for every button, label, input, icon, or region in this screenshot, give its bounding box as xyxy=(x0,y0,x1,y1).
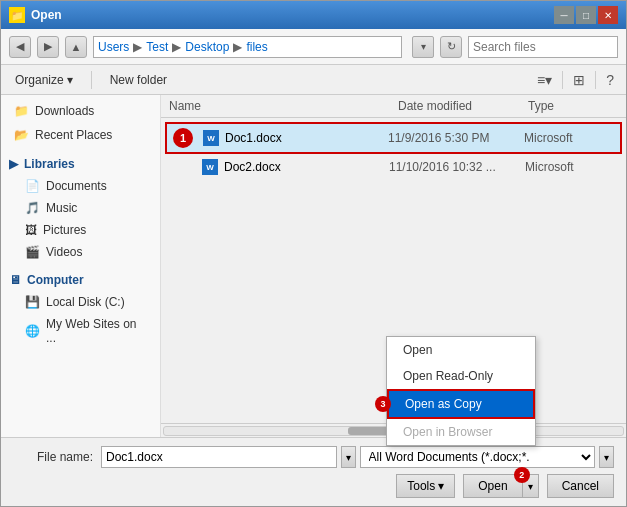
column-type[interactable]: Type xyxy=(528,99,618,113)
libraries-header[interactable]: ▶ Libraries xyxy=(1,153,160,175)
bottom-panel: File name: ▾ All Word Documents (*.docx;… xyxy=(1,437,626,506)
back-button[interactable]: ◀ xyxy=(9,36,31,58)
web-icon: 🌐 xyxy=(25,324,40,338)
computer-label: Computer xyxy=(27,273,84,287)
step-badge-1: 1 xyxy=(173,128,193,148)
file-list-header: Name Date modified Type xyxy=(161,95,626,118)
open-label: Open xyxy=(478,479,507,493)
path-desktop[interactable]: Desktop xyxy=(185,40,229,54)
dropdown-item-open-in-browser: Open in Browser xyxy=(387,419,535,445)
dropdown-item-open-as-copy[interactable]: 3 Open as Copy xyxy=(387,389,535,419)
maximize-button[interactable]: □ xyxy=(576,6,596,24)
file-name-1: Doc1.docx xyxy=(225,131,382,145)
minimize-button[interactable]: ─ xyxy=(554,6,574,24)
column-name[interactable]: Name xyxy=(169,99,398,113)
window-controls: ─ □ ✕ xyxy=(554,6,618,24)
filename-input[interactable] xyxy=(101,446,337,468)
file-name-2: Doc2.docx xyxy=(224,160,383,174)
filename-row: File name: ▾ All Word Documents (*.docx;… xyxy=(13,446,614,468)
toolbar: Organize ▾ New folder ≡▾ ⊞ ? xyxy=(1,65,626,95)
organize-arrow-icon: ▾ xyxy=(67,73,73,87)
address-bar: ◀ ▶ ▲ Users ▶ Test ▶ Desktop ▶ files ▾ ↻… xyxy=(1,29,626,65)
view-list-button[interactable]: ≡▾ xyxy=(533,70,556,90)
help-button[interactable]: ? xyxy=(602,70,618,90)
new-folder-button[interactable]: New folder xyxy=(104,71,173,89)
filetype-select[interactable]: All Word Documents (*.docx;*. xyxy=(360,446,596,468)
search-box[interactable]: 🔍 xyxy=(468,36,618,58)
pictures-folder-icon: 🖼 xyxy=(25,223,37,237)
toolbar-right: ≡▾ ⊞ ? xyxy=(533,70,618,90)
filetype-dropdown-button[interactable]: ▾ xyxy=(599,446,614,468)
close-button[interactable]: ✕ xyxy=(598,6,618,24)
tools-button[interactable]: Tools ▾ xyxy=(396,474,455,498)
computer-icon: 🖥 xyxy=(9,273,21,287)
file-date-1: 11/9/2016 5:30 PM xyxy=(388,131,518,145)
step-badge-3: 3 xyxy=(375,396,391,412)
table-row[interactable]: W Doc2.docx 11/10/2016 10:32 ... Microso… xyxy=(165,154,622,180)
title-bar: 📁 Open ─ □ ✕ xyxy=(1,1,626,29)
organize-label: Organize xyxy=(15,73,64,87)
tools-label: Tools xyxy=(407,479,435,493)
table-row[interactable]: 1 W Doc1.docx 11/9/2016 5:30 PM Microsof… xyxy=(165,122,622,154)
computer-header[interactable]: 🖥 Computer xyxy=(1,269,160,291)
recent-places-icon: 📂 xyxy=(13,127,29,143)
open-button[interactable]: Open 2 xyxy=(463,474,521,498)
sidebar-recent-label: Recent Places xyxy=(35,128,112,142)
music-folder-icon: 🎵 xyxy=(25,201,40,215)
path-files[interactable]: files xyxy=(246,40,267,54)
address-path[interactable]: Users ▶ Test ▶ Desktop ▶ files xyxy=(93,36,402,58)
open-dropdown-menu: Open Open Read-Only 3 Open as Copy Open … xyxy=(386,336,536,446)
sidebar-item-recent-places[interactable]: 📂 Recent Places xyxy=(1,123,160,147)
filename-dropdown-button[interactable]: ▾ xyxy=(341,446,356,468)
toolbar-separator xyxy=(91,71,92,89)
window-icon: 📁 xyxy=(9,7,25,23)
title-bar-left: 📁 Open xyxy=(9,7,62,23)
sidebar-item-music[interactable]: 🎵 Music xyxy=(1,197,160,219)
videos-label: Videos xyxy=(46,245,82,259)
action-row: Tools ▾ Open 2 ▾ Cancel xyxy=(13,474,614,498)
view-grid-button[interactable]: ⊞ xyxy=(569,70,589,90)
sidebar-item-pictures[interactable]: 🖼 Pictures xyxy=(1,219,160,241)
address-dropdown-button[interactable]: ▾ xyxy=(412,36,434,58)
sidebar-item-web-sites[interactable]: 🌐 My Web Sites on ... xyxy=(1,313,160,349)
open-dialog-window: 📁 Open ─ □ ✕ ◀ ▶ ▲ Users ▶ Test ▶ Deskto… xyxy=(0,0,627,507)
refresh-button[interactable]: ↻ xyxy=(440,36,462,58)
sidebar-item-videos[interactable]: 🎬 Videos xyxy=(1,241,160,263)
cancel-button[interactable]: Cancel xyxy=(547,474,614,498)
downloads-folder-icon: 📁 xyxy=(13,103,29,119)
sidebar-item-local-disk[interactable]: 💾 Local Disk (C:) xyxy=(1,291,160,313)
toolbar-sep3 xyxy=(595,71,596,89)
path-test[interactable]: Test xyxy=(146,40,168,54)
sidebar-item-documents[interactable]: 📄 Documents xyxy=(1,175,160,197)
tools-arrow-icon: ▾ xyxy=(438,479,444,493)
toolbar-sep2 xyxy=(562,71,563,89)
dropdown-item-open[interactable]: Open xyxy=(387,337,535,363)
sidebar-section-computer: 🖥 Computer 💾 Local Disk (C:) 🌐 My Web Si… xyxy=(1,269,160,349)
music-label: Music xyxy=(46,201,77,215)
sidebar-downloads-label: Downloads xyxy=(35,104,94,118)
search-input[interactable] xyxy=(473,40,623,54)
forward-button[interactable]: ▶ xyxy=(37,36,59,58)
file-type-1: Microsoft xyxy=(524,131,614,145)
filename-input-wrap: ▾ All Word Documents (*.docx;*. ▾ xyxy=(101,446,614,468)
bottom-area: File name: ▾ All Word Documents (*.docx;… xyxy=(1,437,626,506)
column-date[interactable]: Date modified xyxy=(398,99,528,113)
local-disk-icon: 💾 xyxy=(25,295,40,309)
sidebar-item-downloads[interactable]: 📁 Downloads xyxy=(1,99,160,123)
new-folder-label: New folder xyxy=(110,73,167,87)
open-split-button: Open 2 ▾ xyxy=(463,474,538,498)
videos-folder-icon: 🎬 xyxy=(25,245,40,259)
web-label: My Web Sites on ... xyxy=(46,317,148,345)
path-users[interactable]: Users xyxy=(98,40,129,54)
step-badge-2: 2 xyxy=(514,467,530,483)
file-type-2: Microsoft xyxy=(525,160,615,174)
file-date-2: 11/10/2016 10:32 ... xyxy=(389,160,519,174)
filename-label: File name: xyxy=(13,450,93,464)
dropdown-item-open-readonly[interactable]: Open Read-Only xyxy=(387,363,535,389)
sidebar-section-libraries: ▶ Libraries 📄 Documents 🎵 Music 🖼 Pictur… xyxy=(1,153,160,263)
documents-folder-icon: 📄 xyxy=(25,179,40,193)
pictures-label: Pictures xyxy=(43,223,86,237)
up-button[interactable]: ▲ xyxy=(65,36,87,58)
libraries-label: Libraries xyxy=(24,157,75,171)
organize-button[interactable]: Organize ▾ xyxy=(9,71,79,89)
